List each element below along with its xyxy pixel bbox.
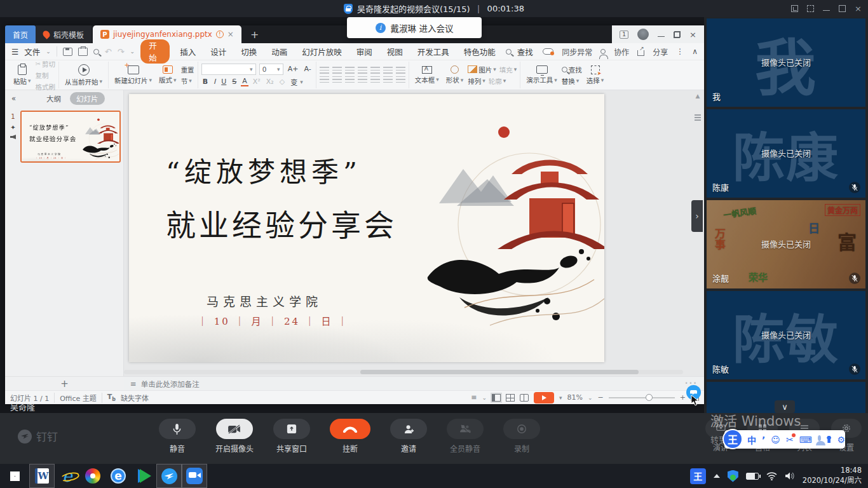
ime-skin-icon[interactable] [827,436,832,443]
tray-expand-icon[interactable] [714,474,720,478]
invite-button[interactable]: 邀请 [390,419,427,454]
columns-button[interactable] [383,76,393,84]
battery-icon[interactable] [746,473,759,480]
bullet-list-button[interactable] [320,67,329,74]
slide-sorter-button[interactable] [506,394,515,402]
slide-organization[interactable]: 马克思主义学院 [207,292,322,309]
notes-toggle-icon[interactable]: ≡ [471,393,477,402]
italic-button[interactable]: I [212,78,217,86]
wps-minimize-icon[interactable] [658,31,665,38]
ribbon-find-button[interactable]: 查找 [562,65,582,74]
speaker-icon[interactable] [785,471,795,480]
menu-insert[interactable]: 插入 [175,44,200,59]
cut-button[interactable]: ✂剪切 [36,59,56,69]
hamburger-icon[interactable]: ☰ [11,47,18,57]
missing-font-label[interactable]: 缺失字体 [121,393,149,403]
menu-find[interactable]: 查找 [517,46,533,58]
collapse-videos-button[interactable]: ∨ [775,400,795,413]
justify-button[interactable] [358,76,367,84]
sidebar-expander-button[interactable]: › [691,200,703,232]
paragraph-settings-button[interactable] [396,76,405,84]
collab-icon[interactable] [600,49,606,54]
taskbar-browser[interactable]: e [105,464,131,488]
layout-button[interactable]: 版式▾ [156,65,179,85]
maximize-icon[interactable] [839,5,846,12]
sync-error-icon[interactable] [543,48,553,55]
align-right-button[interactable] [345,76,355,84]
select-button[interactable]: 选择▾ [584,65,607,85]
doc-warning-icon[interactable]: ! [216,30,224,38]
notes-placeholder[interactable]: 单击此处添加备注 [141,379,200,389]
picture-button[interactable]: 图片▾ [468,65,496,74]
numbered-list-button[interactable] [332,67,342,74]
menu-animation[interactable]: 动画 [267,44,292,59]
share-icon[interactable] [637,50,644,56]
ime-keyboard-icon[interactable]: ⌨ [799,435,812,445]
menu-features[interactable]: 特色功能 [459,44,500,59]
ime-settings-icon[interactable]: ⚙ [837,435,845,445]
print-preview-button[interactable] [93,49,99,55]
wps-close-icon[interactable]: × [689,31,696,38]
replace-button[interactable]: 替换▾ [562,76,582,86]
find-icon[interactable] [506,49,512,55]
ime-logo-icon[interactable]: 王 [722,429,743,449]
hangup-button[interactable]: 挂断 [330,419,370,454]
taskbar-pinwheel-browser[interactable] [80,464,105,488]
participant-tile-tujing[interactable]: 黄金万两 一帆风顺 万事 荣华 富 日 摄像头已关闭 涂靓 [707,200,865,288]
subscript-button[interactable]: X₂ [265,78,275,86]
menu-slideshow[interactable]: 幻灯片放映 [297,44,346,59]
new-slide-button[interactable]: 新建幻灯片▾ [112,65,154,85]
scroll-up-icon[interactable]: ▲ [696,93,700,99]
taskbar-meeting[interactable] [182,464,207,488]
taskbar-word[interactable]: W [29,464,55,488]
start-button[interactable] [0,464,29,488]
taskbar-ie[interactable]: e [55,464,80,488]
align-center-button[interactable] [332,76,342,84]
theme-name[interactable]: Office 主题 [60,393,97,403]
shape-button[interactable]: 形状▾ [444,65,466,85]
font-size-combo[interactable]: 0▾ [259,64,283,75]
zoom-level[interactable]: 81% [567,393,583,402]
tab-home[interactable]: 首页 [5,25,36,43]
increase-font-button[interactable]: A+ [287,65,300,73]
menu-review[interactable]: 审阅 [352,44,377,59]
participant-tile-me[interactable]: 我 摄像头已关闭 我 [707,18,865,107]
taskbar-clock[interactable]: 18:48 2020/10/24/周六 [803,466,862,485]
strike-button[interactable]: S [231,78,238,86]
close-icon[interactable]: × [855,5,862,12]
bold-button[interactable]: B [201,78,209,86]
slide-date[interactable]: ｜ 10 ｜ 月 ｜ 24 ｜ 日 ｜ [198,314,349,327]
copy-button[interactable]: 复制 [36,71,56,80]
tray-ime-icon[interactable]: 王 [690,468,706,484]
mute-all-button[interactable]: 全员静音 [447,419,484,454]
menu-devtools[interactable]: 开发工具 [413,44,454,59]
horizontal-scrollbar[interactable] [124,370,683,374]
decrease-indent-button[interactable] [345,67,355,74]
zoom-slider-knob[interactable] [646,394,653,401]
superscript-button[interactable]: X² [252,78,262,86]
tab-outline[interactable]: 大纲 [46,93,61,104]
fill-button[interactable]: 填充▾ [499,65,517,74]
font-family-combo[interactable]: ▾ [201,64,256,75]
textbox-button[interactable]: 文本框▾ [412,66,442,85]
participant-tile-chenmin[interactable]: 陈敏 摄像头已关闭 陈敏 [707,291,865,379]
camera-button[interactable]: 开启摄像头 [215,419,254,454]
menu-transition[interactable]: 切换 [236,44,261,59]
menu-design[interactable]: 设计 [206,44,231,59]
record-button[interactable]: 录制 [503,419,540,454]
slide-thumbnail[interactable]: “绽放梦想季”就业经验分享会 马克思主义学院 ｜ 10 ｜ 月 ｜ 24 ｜ 日… [20,111,121,163]
sync-status[interactable]: 同步异常 [562,46,592,57]
tab-templates[interactable]: 稻壳模板 [36,25,92,43]
window-count-badge[interactable]: 1 [620,30,628,39]
ime-mode-chinese[interactable]: 中 [747,433,756,446]
increase-indent-button[interactable] [358,67,367,74]
more-icon[interactable]: ⋮ [676,47,684,56]
decrease-font-button[interactable]: A- [302,65,312,73]
text-direction-button[interactable] [383,67,393,74]
notes-bar[interactable]: ≡ 单击此处添加备注 ••• [124,377,704,390]
ime-emoji-icon[interactable]: ☺ [771,435,780,445]
reading-view-button[interactable] [520,394,529,402]
editing-canvas[interactable]: “绽放梦想季” 就业经验分享会 马克思主义学院 ｜ 10 ｜ 月 ｜ 24 ｜ … [124,90,704,376]
redo-button[interactable]: ↷ [118,47,125,57]
share-window-button[interactable]: 共享窗口 [273,419,310,454]
